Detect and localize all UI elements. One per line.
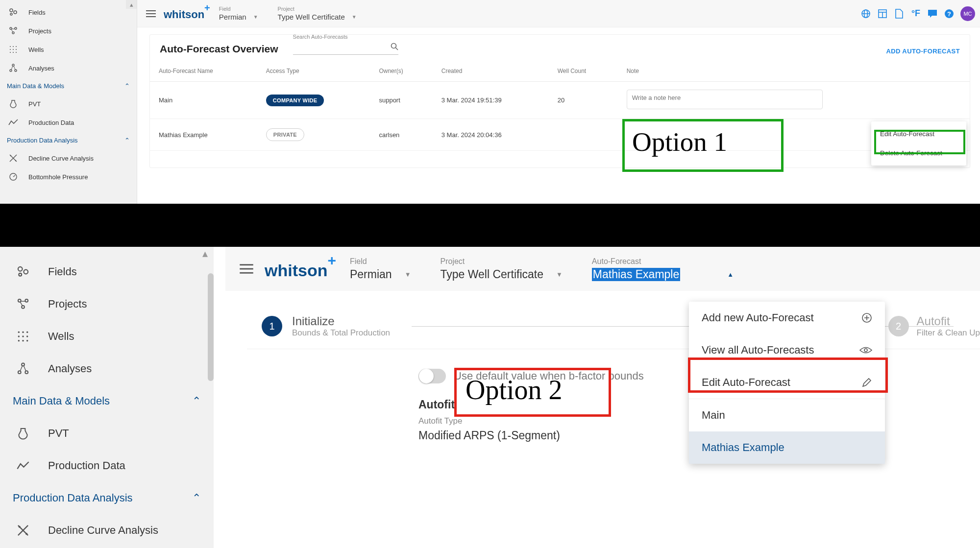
svg-point-9 (13, 46, 14, 47)
project-selector[interactable]: Project Type Well Certificate▼ (278, 6, 357, 21)
pencil-icon (861, 377, 872, 388)
scroll-up-button[interactable]: ▴ (126, 0, 137, 9)
sidebar-item-wells[interactable]: Wells (0, 320, 214, 353)
menu-edit-autoforecast[interactable]: Edit Auto-Forecast (689, 366, 885, 399)
svg-point-8 (10, 46, 11, 47)
globe-icon[interactable] (858, 5, 874, 22)
logo: whitson+ (265, 257, 336, 280)
svg-point-42 (24, 270, 28, 274)
svg-line-61 (20, 366, 22, 371)
svg-point-46 (22, 306, 24, 309)
cell-name: Mathias Example (150, 119, 257, 151)
cell-wellcount: 20 (549, 82, 618, 119)
svg-point-52 (18, 335, 20, 337)
project-label: Project (441, 257, 563, 266)
sidebar-item-dca[interactable]: Decline Curve Analysis (0, 149, 137, 167)
menu-add-new[interactable]: Add new Auto-Forecast (689, 302, 885, 334)
svg-line-40 (395, 48, 398, 50)
svg-point-41 (18, 267, 23, 271)
search-input[interactable] (293, 41, 398, 54)
col-access: Access Type (257, 61, 370, 82)
sidebar-item-analyses[interactable]: Analyses (0, 59, 137, 77)
chevron-up-icon: ⌃ (124, 137, 130, 144)
field-selector[interactable]: Field Permian▼ (219, 6, 258, 21)
svg-line-21 (14, 66, 15, 70)
logo: whitson+ (164, 5, 210, 21)
sidebar-section-main-data[interactable]: Main Data & Models ⌃ (0, 385, 214, 417)
document-icon[interactable] (891, 5, 907, 22)
menu-toggle-button[interactable] (142, 5, 160, 23)
sidebar-section-pda[interactable]: Production Data Analysis ⌃ (0, 132, 137, 149)
sidebar-item-dca[interactable]: Decline Curve Analysis (0, 514, 214, 547)
autoforecast-table: Auto-Forecast Name Access Type Owner(s) … (150, 61, 970, 151)
sidebar-item-analyses[interactable]: Analyses (0, 353, 214, 385)
scroll-up-button[interactable]: ▴ (198, 247, 212, 261)
annotation-option2-label: Option 2 (466, 374, 563, 405)
sidebar-section-pda[interactable]: Production Data Analysis ⌃ (0, 482, 214, 514)
autofit-type-selector[interactable]: Modified ARPS (1-Segment) ▼ (418, 429, 722, 442)
svg-point-43 (19, 273, 22, 276)
scrollbar[interactable] (208, 273, 214, 381)
top-screenshot: ▴ Fields Projects Wells Analyses Main Da… (0, 0, 980, 204)
sidebar-item-bhp[interactable]: Bottomhole Pressure (0, 167, 137, 186)
svg-point-0 (10, 9, 13, 12)
bfactor-toggle[interactable] (418, 369, 446, 383)
field-label: Field (219, 6, 258, 12)
svg-text:?: ? (947, 10, 951, 18)
svg-point-10 (16, 46, 17, 47)
analyses-icon (16, 361, 30, 376)
svg-point-58 (22, 363, 24, 366)
sidebar-item-wells[interactable]: Wells (0, 40, 137, 59)
fields-icon (16, 264, 30, 279)
sidebar-label: Analyses (28, 65, 54, 72)
search-input-wrap: Search Auto-Forecasts (293, 41, 398, 55)
menu-item-mathias[interactable]: Mathias Example (689, 431, 885, 464)
add-autoforecast-button[interactable]: ADD AUTO-FORECAST (886, 48, 960, 55)
sidebar-item-fields[interactable]: Fields (0, 256, 214, 288)
sidebar-item-projects[interactable]: Projects (0, 22, 137, 40)
sidebar-item-pvt[interactable]: PVT (0, 417, 214, 450)
svg-point-25 (15, 160, 16, 161)
pvt-icon (8, 98, 19, 109)
menu-toggle-button[interactable] (234, 257, 259, 281)
autoforecast-overview-card: Auto-Forecast Overview Search Auto-Forec… (149, 34, 970, 168)
table-row[interactable]: Mathias Example PRIVATE carlsen 3 Mar. 2… (150, 119, 970, 151)
sidebar-item-pvt[interactable]: PVT (0, 95, 137, 113)
sidebar-item-production-data[interactable]: Production Data (0, 450, 214, 482)
svg-point-45 (25, 299, 28, 302)
svg-point-66 (25, 533, 27, 535)
autoforecast-selector[interactable]: Auto-Forecast Mathias Example▲ (592, 257, 734, 281)
note-input[interactable] (627, 90, 823, 109)
menu-item-main[interactable]: Main (689, 399, 885, 431)
menu-edit-autoforecast[interactable]: Edit Auto-Forecast (871, 124, 966, 143)
col-name: Auto-Forecast Name (150, 61, 257, 82)
step-2-subtitle: Filter & Clean Up (917, 328, 980, 338)
sidebar-label: Fields (48, 265, 77, 278)
svg-point-60 (25, 371, 28, 374)
temperature-icon[interactable]: °F (907, 5, 924, 22)
svg-line-27 (13, 175, 15, 177)
sidebar-item-fields[interactable]: Fields (0, 3, 137, 22)
help-icon[interactable]: ? (941, 5, 957, 22)
sidebar-section-main-data[interactable]: Main Data & Models ⌃ (0, 77, 137, 95)
sidebar-item-production-data[interactable]: Production Data (0, 113, 137, 132)
svg-point-57 (26, 340, 28, 341)
field-selector[interactable]: Field Permian▼ (350, 257, 411, 281)
table-icon[interactable] (874, 5, 891, 22)
svg-point-2 (10, 13, 12, 15)
menu-view-all[interactable]: View all Auto-Forecasts (689, 334, 885, 366)
projects-icon (16, 297, 30, 311)
svg-point-55 (18, 340, 20, 341)
table-row[interactable]: Main COMPANY WIDE support 3 Mar. 2024 19… (150, 82, 970, 119)
access-badge: PRIVATE (266, 128, 304, 141)
sidebar-item-projects[interactable]: Projects (0, 288, 214, 320)
svg-point-17 (12, 64, 14, 66)
project-selector[interactable]: Project Type Well Certificate▼ (441, 257, 563, 281)
page-title: Auto-Forecast Overview (160, 43, 278, 55)
dca-icon (16, 523, 30, 538)
topbar: whitson+ Field Permian▼ Project Type Wel… (225, 247, 980, 291)
user-avatar[interactable]: MC (960, 6, 975, 21)
chat-icon[interactable] (924, 5, 941, 22)
menu-delete-autoforecast[interactable]: Delete Auto-Forecast (871, 143, 966, 163)
wells-icon (8, 44, 19, 55)
